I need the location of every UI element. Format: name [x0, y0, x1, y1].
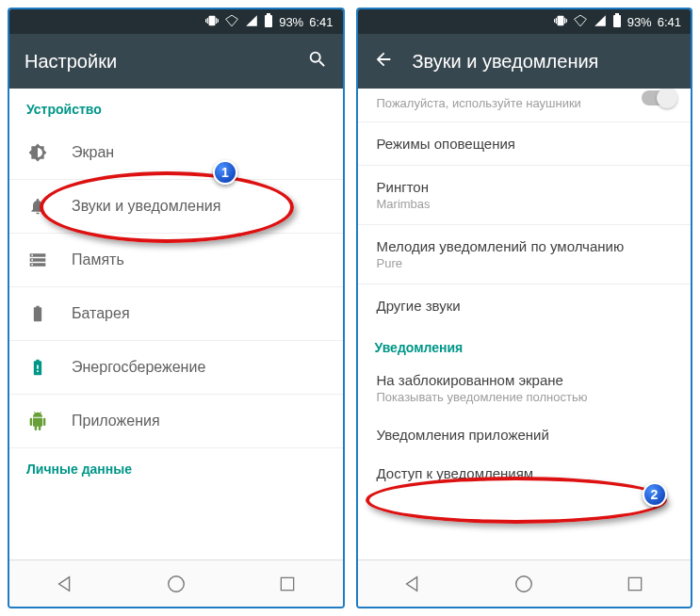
settings-list: Устройство Экран Звуки и уведомления Пам…	[9, 89, 343, 559]
nav-bar	[358, 559, 692, 607]
item-ringtone[interactable]: Рингтон Marimbas	[358, 166, 692, 225]
toolbar: Настройки	[9, 34, 343, 89]
apps-icon	[26, 412, 49, 430]
battery-pct: 93%	[279, 15, 303, 29]
item-label: Мелодия уведомлений по умолчанию	[377, 238, 673, 254]
status-bar: 93% 6:41	[358, 9, 692, 34]
item-storage[interactable]: Память	[9, 234, 343, 287]
toolbar: Звуки и уведомления	[358, 34, 692, 89]
item-sound[interactable]: Звуки и уведомления	[9, 180, 343, 234]
item-label: Звуки и уведомления	[72, 198, 326, 215]
item-label: Приложения	[72, 413, 326, 430]
item-battery[interactable]: Батарея	[9, 287, 343, 341]
item-sub: Пожалуйста, используйте наушники	[377, 96, 673, 110]
toggle-icon[interactable]	[642, 90, 674, 105]
svg-rect-7	[628, 577, 641, 590]
badge-2: 2	[643, 482, 667, 507]
sound-list: Пожалуйста, используйте наушники Режимы …	[358, 89, 692, 559]
svg-rect-3	[281, 577, 293, 590]
phone-left: 93% 6:41 Настройки Устройство Экран Звук…	[8, 8, 345, 608]
nav-back-icon[interactable]	[54, 573, 76, 595]
signal-icon	[245, 14, 258, 30]
nav-home-icon[interactable]	[165, 573, 187, 595]
item-label: На заблокированном экране	[377, 372, 673, 388]
item-notif-access[interactable]: Доступ к уведомлениям	[358, 456, 692, 494]
clock: 6:41	[658, 15, 681, 29]
item-sub: Marimbas	[377, 197, 673, 211]
item-display[interactable]: Экран	[9, 126, 343, 180]
battery-icon	[612, 13, 622, 31]
bell-icon	[26, 197, 49, 216]
item-label: Доступ к уведомлениям	[377, 465, 534, 481]
svg-rect-4	[613, 15, 621, 27]
item-label: Рингтон	[377, 179, 673, 195]
section-personal: Личные данные	[9, 448, 343, 486]
item-label: Батарея	[72, 305, 326, 322]
battery-icon	[26, 304, 49, 323]
wifi-icon	[573, 14, 588, 30]
page-title: Настройки	[24, 51, 288, 73]
nav-recent-icon[interactable]	[276, 573, 299, 595]
page-title: Звуки и уведомления	[413, 51, 676, 73]
badge-1: 1	[213, 160, 237, 185]
item-apps[interactable]: Приложения	[9, 395, 343, 448]
item-default-notif-sound[interactable]: Мелодия уведомлений по умолчанию Pure	[358, 225, 692, 284]
signal-icon	[594, 14, 607, 30]
phone-right: 93% 6:41 Звуки и уведомления Пожалуйста,…	[356, 8, 693, 608]
battery-pct: 93%	[627, 15, 652, 29]
item-app-notifications[interactable]: Уведомления приложений	[358, 413, 692, 456]
item-other-sounds[interactable]: Другие звуки	[358, 284, 692, 327]
item-sub: Pure	[377, 256, 673, 270]
nav-home-icon[interactable]	[513, 573, 535, 595]
item-sub: Показывать уведомление полностью	[377, 390, 673, 404]
powersave-icon	[26, 358, 49, 377]
item-label: Энергосбережение	[72, 359, 326, 376]
section-device: Устройство	[9, 89, 343, 126]
svg-rect-5	[615, 13, 619, 15]
battery-icon	[264, 13, 273, 31]
svg-point-6	[516, 575, 532, 592]
search-icon[interactable]	[307, 49, 328, 73]
clock: 6:41	[309, 15, 333, 29]
wifi-icon	[224, 14, 239, 30]
nav-back-icon[interactable]	[401, 573, 424, 595]
back-arrow-icon[interactable]	[373, 49, 394, 73]
svg-rect-1	[267, 13, 270, 15]
item-label: Экран	[72, 144, 326, 161]
section-notifications: Уведомления	[358, 327, 692, 365]
item-label: Память	[72, 251, 326, 268]
svg-point-2	[168, 575, 184, 592]
svg-rect-0	[265, 15, 272, 27]
nav-bar	[9, 559, 343, 607]
status-bar: 93% 6:41	[9, 9, 343, 34]
vibrate-icon	[205, 14, 219, 30]
item-lockscreen-notif[interactable]: На заблокированном экране Показывать уве…	[358, 365, 692, 413]
item-powersave[interactable]: Энергосбережение	[9, 341, 343, 395]
item-alert-modes[interactable]: Режимы оповещения	[358, 122, 692, 166]
display-icon	[26, 143, 49, 162]
vibrate-icon	[554, 14, 567, 30]
nav-recent-icon[interactable]	[624, 573, 646, 595]
item-label: Режимы оповещения	[377, 136, 515, 152]
storage-icon	[26, 251, 49, 269]
item-cutoff[interactable]: Пожалуйста, используйте наушники	[358, 89, 692, 122]
item-label: Уведомления приложений	[377, 427, 549, 443]
item-label: Другие звуки	[377, 298, 461, 314]
